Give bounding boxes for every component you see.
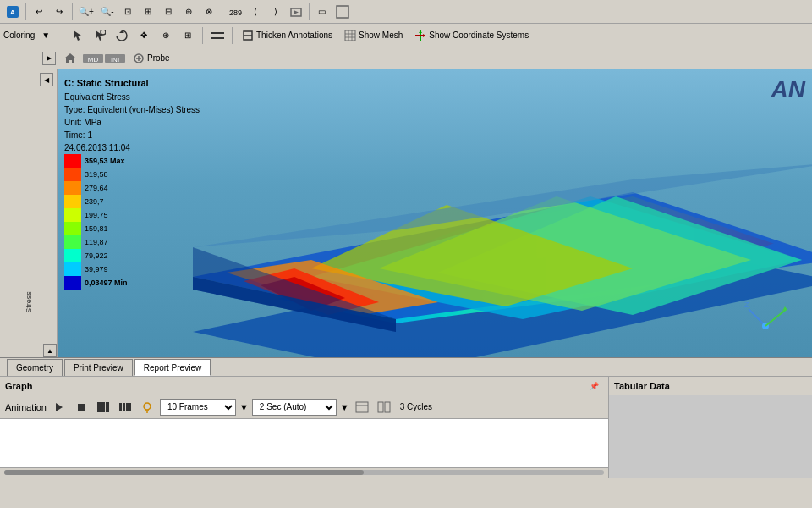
ansys-logo: AN [771,76,805,103]
legend-swatch [64,235,81,249]
export-btn2[interactable] [375,398,393,417]
rec-btn[interactable] [287,3,305,21]
svg-marker-23 [64,53,76,64]
bottom-panels: Graph 📌 Animation [0,377,812,478]
svg-marker-4 [294,10,299,14]
legend-swatch [64,168,81,181]
legend-label: 159,81 [85,224,108,233]
show-coordinate-label: Show Coordinate Systems [429,30,529,40]
tabular-panel: Tabular Data [609,377,812,478]
play-btn[interactable] [50,398,69,417]
box-zoom-btn[interactable]: ⊞ [178,26,197,45]
rect-btn[interactable]: ▭ [313,3,332,21]
legend-label: 199,75 [85,211,108,219]
sidebar-collapse-bottom[interactable]: ▲ [43,344,57,357]
graph-pin-btn[interactable]: 📌 [584,377,603,395]
zoom-box-btn[interactable]: ⊞ [139,3,157,21]
units2-btn[interactable]: 289 [226,3,244,21]
svg-point-60 [144,403,151,410]
zoom-fit-btn[interactable]: ⊡ [118,3,137,21]
pan-btn[interactable]: ✥ [134,26,153,45]
tabs-bar: Geometry Print Preview Report Preview [0,357,812,376]
legend-swatch [64,222,81,235]
bottom-area: Graph 📌 Animation [0,376,812,478]
sidebar-collapse-top[interactable]: ◀ [40,73,53,86]
thicken-annotations-btn[interactable]: Thicken Annotations [238,26,337,45]
export-btn1[interactable] [353,398,371,417]
legend-label: 359,53 Max [85,157,125,165]
graph-title: Graph [5,381,32,391]
graph-header: Graph 📌 [0,377,608,395]
legend-label: 239,7 [85,197,104,206]
axis-indicator: Z [740,284,791,336]
legend-label: 319,58 [85,170,108,179]
svg-rect-65 [378,402,383,412]
svg-text:Z: Z [744,301,749,309]
undo-btn[interactable]: ↩ [30,3,48,21]
units-btn[interactable]: ⊗ [200,3,218,21]
legend-swatch [64,208,81,222]
info-subtitle: Equivalent Stress [64,91,200,103]
stress-plate-svg [142,112,812,357]
svg-marker-6 [74,30,81,41]
cursor-btn[interactable] [69,26,87,45]
svg-line-46 [749,309,765,326]
svg-rect-66 [385,402,390,412]
legend-label: 39,979 [85,265,108,273]
graph-panel: Graph 📌 Animation [0,377,609,478]
legend-swatch [64,154,81,168]
redo-btn[interactable]: ↪ [50,3,69,21]
legend-item: 159,81 [64,222,128,235]
collapse-left-btn[interactable]: ▶ [42,52,56,65]
legend-label: 119,87 [85,238,108,246]
time-select[interactable]: 2 Sec (Auto) [252,399,337,416]
lightbulb-btn[interactable] [138,398,156,417]
svg-rect-14 [345,30,355,41]
tab-geometry[interactable]: Geometry [7,359,63,376]
probe-btn[interactable]: Probe [129,49,174,68]
frames-select[interactable]: 10 Frames [160,399,236,416]
sep6 [202,27,203,44]
coloring-dropdown-btn[interactable]: ▼ [36,26,55,45]
toolbar-row1: A ↩ ↪ 🔍+ 🔍- ⊡ ⊞ ⊟ ⊕ ⊗ 289 ⟨ ⟩ ▭ [0,0,812,24]
sep3 [222,3,222,20]
fwd-btn[interactable]: ⟩ [266,3,285,21]
left-sidebar: ◀ Stress ▲ [0,69,58,357]
legend-swatch [64,249,81,262]
graph-toolbar: Animation [0,395,608,419]
svg-text:INI: INI [111,56,119,64]
stress-sidebar-label: Stress [25,291,33,313]
back-btn[interactable]: ⟨ [246,3,265,21]
rotate-btn[interactable] [112,26,131,45]
measure-btn[interactable]: ⊕ [179,3,198,21]
svg-rect-59 [129,403,131,411]
zoom-in-btn[interactable]: 🔍+ [76,3,96,21]
svg-rect-52 [78,404,85,411]
stop-btn[interactable] [72,398,91,417]
zoom-all-btn[interactable]: ⊟ [159,3,178,21]
svg-marker-7 [96,30,103,41]
legend-item: 39,979 [64,262,128,276]
legend-item: 119,87 [64,235,128,249]
sep1 [25,3,26,20]
zoom-out-btn[interactable]: 🔍- [98,3,117,21]
show-coordinate-btn[interactable]: Show Coordinate Systems [410,26,533,45]
annotation-width-btn[interactable] [208,26,227,45]
rect2-btn[interactable] [333,3,352,21]
tab-report-preview[interactable]: Report Preview [134,359,211,376]
frame-grid2-btn[interactable] [116,398,134,417]
logo-btn[interactable]: A [3,3,22,21]
zoom-btn[interactable]: ⊕ [156,26,175,45]
graph-scrollbar[interactable] [0,467,608,478]
show-mesh-btn[interactable]: Show Mesh [340,26,407,45]
legend-swatch [64,181,81,195]
viewport[interactable]: C: Static Structural Equivalent Stress T… [58,69,812,357]
tab-print-preview[interactable]: Print Preview [64,359,133,376]
frame-grid-btn[interactable] [94,398,112,417]
svg-line-49 [765,309,787,326]
select-btn[interactable] [91,26,109,45]
svg-marker-22 [423,34,425,37]
svg-rect-57 [123,403,125,411]
home-btn[interactable] [61,49,80,68]
legend-item: 279,64 [64,181,128,195]
